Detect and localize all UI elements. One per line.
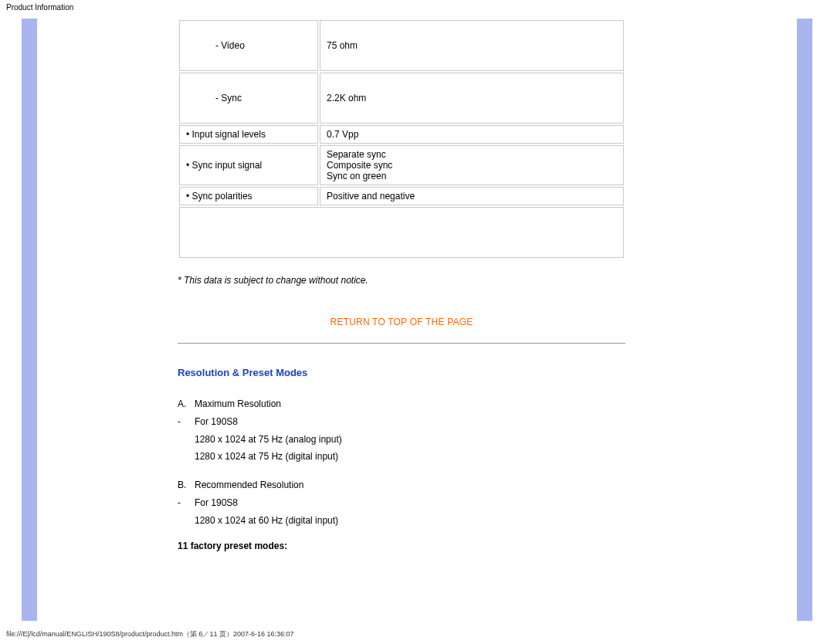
modes-item-marker bbox=[178, 512, 195, 530]
modes-item: -For 190S8 bbox=[178, 413, 626, 431]
modes-item: 1280 x 1024 at 60 Hz (digital input) bbox=[178, 512, 626, 530]
spec-row: - Sync2.2K ohm bbox=[179, 73, 624, 124]
modes-item-marker bbox=[178, 431, 195, 449]
modes-item: A.Maximum Resolution bbox=[178, 395, 626, 413]
modes-item-text: 1280 x 1024 at 75 Hz (analog input) bbox=[195, 431, 342, 449]
spec-value: 2.2K ohm bbox=[320, 73, 624, 124]
spec-row: • Sync input signalSeparate syncComposit… bbox=[179, 145, 624, 185]
return-top-link[interactable]: RETURN TO TOP OF THE PAGE bbox=[331, 317, 473, 327]
modes-item-text: For 190S8 bbox=[195, 494, 238, 512]
modes-item-marker: A. bbox=[178, 395, 195, 413]
spec-table: - Video75 ohm- Sync2.2K ohm• Input signa… bbox=[178, 19, 626, 259]
page-title: Product Information bbox=[0, 0, 834, 15]
modes-item: B.Recommended Resolution bbox=[178, 476, 626, 494]
spec-value: Positive and negative bbox=[320, 187, 624, 205]
section-divider bbox=[178, 343, 626, 344]
modes-item: 1280 x 1024 at 75 Hz (analog input) bbox=[178, 431, 626, 449]
file-path-footer: file:///E|/lcd/manual/ENGLISH/190S8/prod… bbox=[6, 629, 294, 639]
modes-item-text: 1280 x 1024 at 75 Hz (digital input) bbox=[195, 448, 338, 466]
spec-row: - Video75 ohm bbox=[179, 20, 624, 71]
modes-gap bbox=[178, 466, 626, 476]
spec-label: • Sync polarities bbox=[179, 187, 318, 205]
spec-blank-row bbox=[179, 207, 624, 258]
spec-label: - Sync bbox=[179, 73, 318, 124]
spec-row: • Input signal levels0.7 Vpp bbox=[179, 125, 624, 144]
modes-list: A.Maximum Resolution-For 190S81280 x 102… bbox=[178, 395, 626, 530]
main-content: - Video75 ohm- Sync2.2K ohm• Input signa… bbox=[178, 19, 626, 551]
spec-value: 0.7 Vpp bbox=[320, 125, 624, 144]
modes-item-marker: - bbox=[178, 494, 195, 512]
modes-item-marker: B. bbox=[178, 476, 195, 494]
right-decorative-band bbox=[797, 19, 812, 621]
modes-item-text: Maximum Resolution bbox=[195, 395, 281, 413]
modes-item-marker: - bbox=[178, 413, 195, 431]
spec-value: Separate syncComposite syncSync on green bbox=[320, 145, 624, 185]
factory-preset-heading: 11 factory preset modes: bbox=[178, 541, 626, 551]
data-change-note: * This data is subject to change without… bbox=[178, 275, 626, 286]
spec-label: • Input signal levels bbox=[179, 125, 318, 144]
spec-label: - Video bbox=[179, 20, 318, 71]
modes-item-marker bbox=[178, 448, 195, 466]
modes-item-text: 1280 x 1024 at 60 Hz (digital input) bbox=[195, 512, 338, 530]
modes-item-text: For 190S8 bbox=[195, 413, 238, 431]
spec-value: 75 ohm bbox=[320, 20, 624, 71]
return-top-container: RETURN TO TOP OF THE PAGE bbox=[178, 317, 626, 327]
spec-label: • Sync input signal bbox=[179, 145, 318, 185]
modes-item: -For 190S8 bbox=[178, 494, 626, 512]
modes-item: 1280 x 1024 at 75 Hz (digital input) bbox=[178, 448, 626, 466]
spec-row: • Sync polaritiesPositive and negative bbox=[179, 187, 624, 205]
left-decorative-band bbox=[22, 19, 37, 621]
section-heading-resolution: Resolution & Preset Modes bbox=[178, 367, 626, 378]
modes-item-text: Recommended Resolution bbox=[195, 476, 303, 494]
right-white-band bbox=[714, 19, 797, 621]
